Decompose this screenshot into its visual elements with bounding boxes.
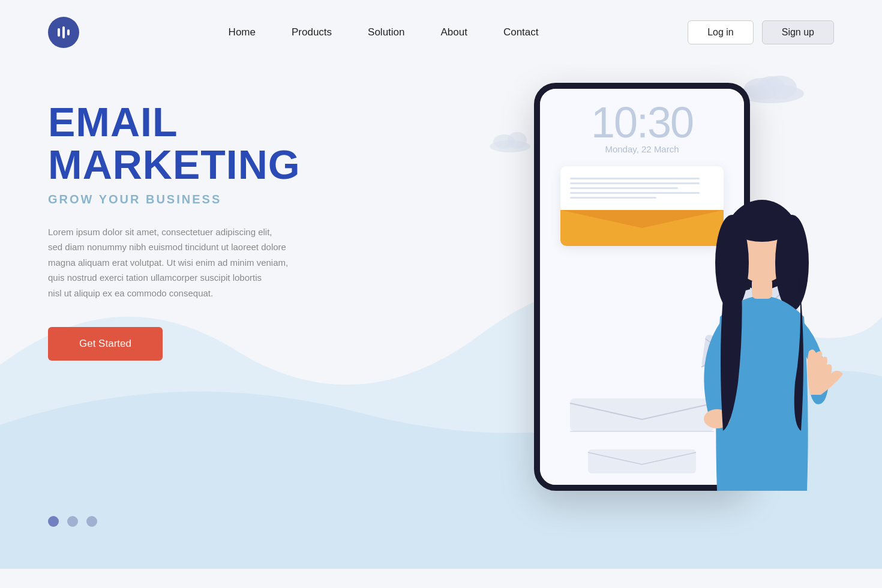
dot-1 [48, 516, 59, 527]
get-started-button[interactable]: Get Started [48, 327, 163, 361]
letter-line-2 [570, 182, 700, 184]
svg-point-21 [729, 206, 795, 242]
hero-title: EMAIL MARKETING [48, 101, 384, 187]
logo-bar-2 [62, 26, 65, 38]
letter-line-1 [570, 178, 700, 179]
hero-subtitle: GROW YOUR BUSINESS [48, 193, 384, 206]
phone-time: 10:30 [591, 101, 693, 144]
logo[interactable] [48, 17, 79, 48]
hero-description: Lorem ipsum dolor sit amet, consectetuer… [48, 224, 384, 301]
phone-date: Monday, 22 March [605, 144, 679, 154]
dot-3 [86, 516, 97, 527]
hero-dots [48, 516, 97, 527]
hero-section: EMAIL MARKETING GROW YOUR BUSINESS Lorem… [0, 65, 882, 569]
nav-item-products[interactable]: Products [292, 26, 332, 38]
logo-bar-3 [67, 29, 70, 35]
dot-2 [67, 516, 78, 527]
signup-button[interactable]: Sign up [762, 20, 834, 44]
letter-line-5 [570, 197, 656, 199]
nav-item-home[interactable]: Home [229, 26, 256, 38]
svg-rect-19 [752, 278, 772, 299]
nav-actions: Log in Sign up [688, 20, 834, 44]
login-button[interactable]: Log in [688, 20, 754, 44]
nav-item-contact[interactable]: Contact [503, 26, 539, 38]
logo-bar-1 [58, 28, 60, 37]
woman-figure [672, 191, 852, 551]
nav-item-solution[interactable]: Solution [368, 26, 404, 38]
nav-links: Home Products Solution About Contact [229, 26, 539, 38]
letter-line-3 [570, 187, 678, 189]
hero-content: EMAIL MARKETING GROW YOUR BUSINESS Lorem… [48, 101, 384, 361]
nav-item-about[interactable]: About [441, 26, 467, 38]
navbar: Home Products Solution About Contact Log… [0, 0, 882, 65]
